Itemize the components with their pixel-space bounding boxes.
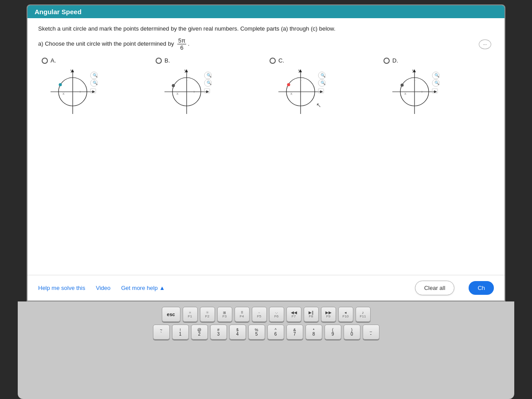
svg-text:x: x — [63, 91, 65, 96]
page-title: Angular Speed — [35, 8, 82, 16]
svg-text:x: x — [176, 91, 179, 96]
part-a-label: a) Choose the unit circle with the point… — [38, 37, 494, 51]
choice-a: A. y — [38, 57, 152, 121]
key-f8[interactable]: ▶‖ F8 — [304, 307, 319, 322]
key-7[interactable]: & 7 — [286, 325, 303, 340]
more-options-button[interactable]: ··· — [479, 39, 491, 49]
svg-marker-15 — [80, 91, 82, 93]
svg-text:↖: ↖ — [316, 102, 321, 109]
problem-instruction: Sketch a unit circle and mark the points… — [38, 25, 494, 32]
key-0[interactable]: ) 0 — [344, 325, 360, 340]
fn-key-row: esc ☀ F1 ✳ F2 ⊞ F3 ⠿ F4 ·· F5 ·.· F6 ◀◀ … — [25, 307, 507, 322]
help-solve-button[interactable]: Help me solve this — [38, 285, 85, 291]
svg-marker-65 — [422, 91, 423, 93]
answer-choices: A. y — [38, 57, 494, 121]
svg-text:🔍: 🔍 — [434, 73, 440, 78]
choice-c: C. y x 1 🔍 — [266, 57, 380, 121]
key-3[interactable]: # 3 — [210, 325, 227, 340]
fraction-5pi-6: 5π 6 — [177, 37, 186, 51]
check-button[interactable]: Ch — [469, 281, 494, 295]
svg-text:↗: ↗ — [91, 90, 94, 93]
laptop-screen: Angular Speed Sketch a unit circle and m… — [27, 4, 505, 301]
svg-text:🔍: 🔍 — [93, 80, 98, 86]
key-f7[interactable]: ◀◀ F7 — [286, 307, 301, 322]
svg-text:1: 1 — [414, 78, 416, 82]
svg-text:🔍: 🔍 — [434, 80, 440, 86]
svg-text:y: y — [412, 68, 415, 73]
radio-d[interactable] — [383, 58, 390, 64]
number-row: ~ ` ! 1 @ 2 # 3 $ 4 % 5 ^ 6 & 7 — [25, 325, 507, 340]
svg-text:🔍: 🔍 — [321, 73, 326, 78]
key-esc[interactable]: esc — [162, 307, 180, 322]
key-f4[interactable]: ⠿ F4 — [235, 307, 250, 322]
clear-all-button[interactable]: Clear all — [415, 281, 455, 295]
svg-text:↗: ↗ — [319, 90, 322, 93]
svg-text:y: y — [298, 68, 301, 73]
radio-c[interactable] — [270, 58, 276, 64]
key-f2[interactable]: ✳ F2 — [200, 307, 215, 322]
svg-text:🔍: 🔍 — [321, 80, 326, 86]
svg-text:y: y — [184, 68, 187, 73]
key-2[interactable]: @ 2 — [191, 325, 208, 340]
key-f10[interactable]: ◂ F10 — [338, 307, 353, 322]
svg-text:🔍: 🔍 — [207, 80, 212, 86]
key-f3[interactable]: ⊞ F3 — [217, 307, 232, 322]
key-5[interactable]: % 5 — [248, 325, 265, 340]
choice-b: B. y x 1 🔍 — [152, 57, 266, 121]
svg-text:1: 1 — [186, 78, 188, 82]
diagram-d: y x 1 🔍 🔍 ↗ — [383, 67, 446, 121]
radio-b[interactable] — [156, 58, 162, 64]
svg-text:🔍: 🔍 — [207, 73, 212, 78]
key-f11[interactable]: ♪ F11 — [356, 307, 371, 322]
svg-text:🔍: 🔍 — [93, 73, 98, 78]
video-button[interactable]: Video — [96, 285, 110, 291]
svg-point-55 — [401, 84, 404, 87]
key-f6[interactable]: ·.· F6 — [269, 307, 284, 322]
key-4[interactable]: $ 4 — [229, 325, 246, 340]
more-help-button[interactable]: Get more help ▲ — [121, 285, 165, 291]
key-tilde[interactable]: ~ ` — [153, 325, 170, 340]
bottom-toolbar: Help me solve this Video Get more help ▲… — [27, 275, 505, 301]
key-f9[interactable]: ▶▶ F9 — [321, 307, 336, 322]
svg-text:↗: ↗ — [205, 90, 208, 93]
keyboard: esc ☀ F1 ✳ F2 ⊞ F3 ⠿ F4 ·· F5 ·.· F6 ◀◀ … — [18, 301, 514, 399]
svg-text:x: x — [290, 91, 293, 96]
key-9[interactable]: ( 9 — [325, 325, 341, 340]
diagram-c: y x 1 🔍 🔍 ↗ ↖ — [270, 67, 332, 121]
diagram-a: y x 🔍 🔍 ↗ — [42, 67, 104, 121]
choice-c-label[interactable]: C. — [270, 57, 284, 64]
choice-b-label[interactable]: B. — [156, 57, 170, 64]
key-f1[interactable]: ☀ F1 — [183, 307, 198, 322]
choice-a-label[interactable]: A. — [42, 57, 56, 64]
choice-d-label[interactable]: D. — [383, 57, 398, 64]
key-f5[interactable]: ·· F5 — [252, 307, 267, 322]
svg-text:y: y — [70, 68, 73, 73]
svg-point-39 — [287, 83, 290, 86]
diagram-b: y x 1 🔍 🔍 ↗ — [156, 67, 218, 121]
choice-d: D. y x 1 🔍 — [380, 57, 494, 121]
key-6[interactable]: ^ 6 — [267, 325, 284, 340]
title-bar: Angular Speed — [27, 5, 505, 18]
svg-point-6 — [59, 83, 62, 86]
svg-text:↗: ↗ — [433, 90, 436, 93]
key-1[interactable]: ! 1 — [172, 325, 189, 340]
key-8[interactable]: * 8 — [305, 325, 322, 340]
radio-a[interactable] — [42, 58, 48, 64]
svg-text:1: 1 — [300, 78, 302, 82]
svg-marker-32 — [194, 91, 196, 93]
svg-point-22 — [172, 84, 175, 87]
main-content: Sketch a unit circle and mark the points… — [27, 18, 505, 275]
key-minus[interactable]: _ - — [363, 325, 379, 340]
svg-text:x: x — [404, 91, 407, 96]
